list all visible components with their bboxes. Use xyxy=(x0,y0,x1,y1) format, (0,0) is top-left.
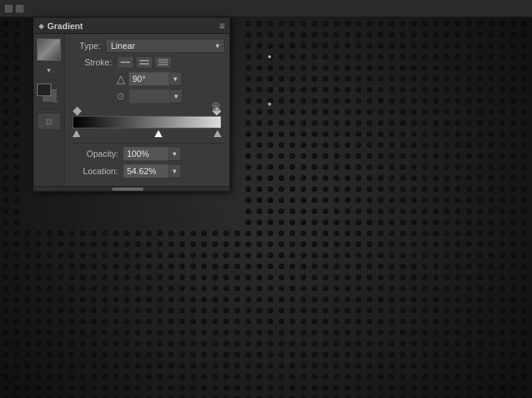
gradient-panel: ◆ Gradient ≡ ▼ ↔ ⊡ T xyxy=(33,17,230,192)
reverse-row: ⊙ ▼ xyxy=(117,89,225,103)
stop-left[interactable] xyxy=(73,130,80,137)
canvas-dot-marker2 xyxy=(268,102,271,106)
panel-menu-icon[interactable]: ≡ xyxy=(219,20,225,32)
angle-input-wrapper: ▼ xyxy=(128,72,182,86)
gradient-bar-container: 🗑 xyxy=(73,108,221,139)
reverse-icon: ⊙ xyxy=(117,91,125,102)
opacity-input[interactable] xyxy=(123,147,169,161)
opacity-input-wrapper: ▼ xyxy=(123,147,181,161)
divider-1 xyxy=(69,143,225,143)
type-dropdown[interactable]: Linear xyxy=(106,39,225,53)
reverse-input-wrapper: ▼ xyxy=(129,89,183,103)
stroke-btn-3[interactable] xyxy=(154,56,172,69)
location-dropdown-icon: ▼ xyxy=(172,168,178,175)
gradient-top-handles xyxy=(73,108,221,114)
type-value: Linear xyxy=(111,41,136,50)
type-label: Type: xyxy=(69,41,106,50)
stroke-label: Stroke: xyxy=(69,58,117,67)
panel-titlebar: ◆ Gradient ≡ xyxy=(34,18,229,34)
swatch-dropdown-btn[interactable]: ▼ xyxy=(39,64,59,76)
location-input-wrapper: ▼ xyxy=(123,164,181,178)
location-label: Location: xyxy=(69,166,123,176)
gradient-bar[interactable] xyxy=(73,116,221,128)
location-input[interactable] xyxy=(123,164,169,178)
panel-collapse-triangle[interactable]: ◆ xyxy=(39,22,44,30)
angle-dropdown-btn[interactable]: ▼ xyxy=(169,72,182,86)
opacity-dropdown-icon: ▼ xyxy=(172,151,178,158)
opacity-label: Opacity: xyxy=(69,149,123,158)
window-topbar xyxy=(0,0,532,17)
angle-row: △ ▼ xyxy=(117,72,225,86)
canvas-dot-marker xyxy=(268,55,271,58)
panel-sidebar: ▼ ↔ ⊡ xyxy=(34,34,65,186)
opacity-dropdown-btn[interactable]: ▼ xyxy=(169,147,181,161)
panel-content: Type: Linear Stroke: xyxy=(65,34,229,186)
delete-stop-btn[interactable]: 🗑 xyxy=(210,100,221,113)
angle-input[interactable] xyxy=(128,72,169,86)
scrollbar-thumb[interactable] xyxy=(112,188,143,191)
stroke-btn-1[interactable] xyxy=(117,56,134,69)
panel-title-icons: ≡ xyxy=(219,20,225,32)
reverse-input[interactable] xyxy=(129,89,170,103)
angle-icon: △ xyxy=(117,73,125,85)
angle-dropdown-icon: ▼ xyxy=(173,76,179,83)
reverse-dropdown-btn[interactable]: ▼ xyxy=(170,89,183,103)
stroke-row: Stroke: xyxy=(69,56,225,69)
stop-right[interactable] xyxy=(214,130,221,137)
window-minimize-btn[interactable] xyxy=(16,5,24,13)
location-dropdown-btn[interactable]: ▼ xyxy=(169,164,181,178)
panel-scrollbar[interactable] xyxy=(34,186,229,191)
gradient-bottom-stops xyxy=(73,130,221,139)
reverse-dropdown-icon: ▼ xyxy=(173,93,180,100)
type-row: Type: Linear xyxy=(69,39,225,53)
extra-tool-btn[interactable]: ⊡ xyxy=(37,113,61,130)
gradient-diamond-left[interactable] xyxy=(73,106,81,115)
stop-middle[interactable] xyxy=(154,130,162,137)
panel-title-left: ◆ Gradient xyxy=(39,21,83,31)
window-close-btn[interactable] xyxy=(5,5,13,13)
gradient-preview-swatch[interactable] xyxy=(37,39,61,61)
gradient-bar-wrapper: 🗑 xyxy=(73,116,221,128)
stroke-btn-2[interactable] xyxy=(136,56,153,69)
gradient-bar-fill xyxy=(73,117,221,128)
fg-bg-swatch[interactable]: ↔ xyxy=(37,84,61,106)
location-row: Location: ▼ xyxy=(69,164,225,178)
opacity-row: Opacity: ▼ xyxy=(69,147,225,161)
stroke-buttons xyxy=(117,56,172,69)
panel-main: ▼ ↔ ⊡ Type: Linear Stroke: xyxy=(34,34,229,186)
panel-title: Gradient xyxy=(47,21,83,31)
